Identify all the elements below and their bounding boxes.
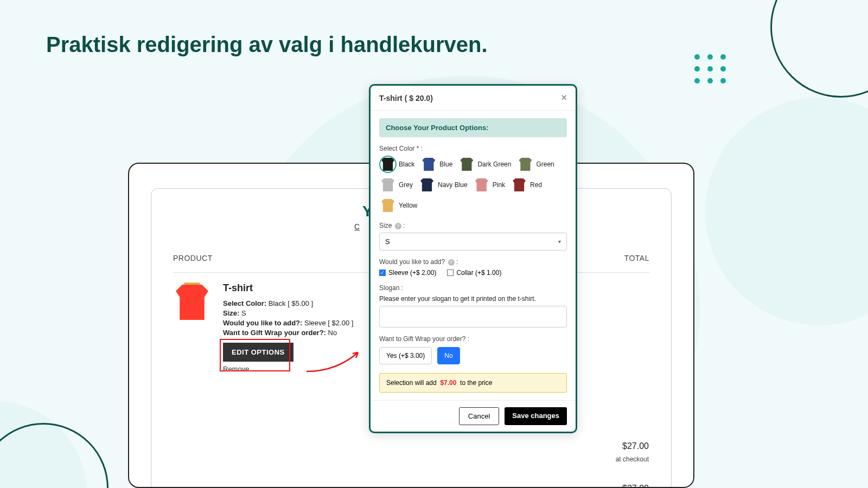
help-icon[interactable]: ? (395, 223, 401, 229)
gift-value: No (328, 329, 337, 337)
swatch-label: Red (530, 181, 542, 189)
product-thumbnail (173, 282, 211, 320)
size-field-label: Size ? : (379, 222, 567, 229)
addons-field-label: Would you like to add? ? : (379, 258, 567, 266)
col-total: TOTAL (624, 254, 649, 262)
color-swatch-green[interactable]: Green (516, 156, 554, 173)
decor-dots (694, 54, 727, 84)
addon-label: Sleeve (+$ 2.00) (388, 269, 436, 277)
addon-label: Collar (+$ 1.00) (456, 269, 501, 277)
color-swatch-navy-blue[interactable]: Navy Blue (418, 176, 468, 194)
giftwrap-yes-button[interactable]: Yes (+$ 3.00) (379, 347, 432, 364)
color-label: Select Color: (223, 299, 266, 307)
slogan-help-text: Please enter your slogan to get it print… (379, 295, 567, 303)
color-swatch-blue[interactable]: Blue (420, 156, 452, 173)
swatch-label: Grey (399, 181, 413, 189)
decor-circle-right (705, 98, 868, 325)
color-swatch-red[interactable]: Red (510, 176, 542, 194)
cart-subtitle-peek: C (354, 222, 360, 231)
color-swatch-black[interactable]: Black (379, 156, 414, 173)
price-notice-amount: $7.00 (440, 379, 456, 387)
decor-ring-bottom-left (0, 423, 108, 488)
cancel-button[interactable]: Cancel (459, 407, 499, 425)
color-swatch-pink[interactable]: Pink (473, 176, 505, 194)
size-select[interactable]: S ▾ (379, 233, 567, 251)
save-changes-button[interactable]: Save changes (505, 407, 567, 425)
highlight-box (220, 339, 290, 371)
item-name: T-shirt (223, 282, 353, 294)
close-icon[interactable]: × (561, 92, 567, 104)
swatch-label: Pink (493, 181, 505, 189)
options-section-header: Choose Your Product Options: (379, 118, 567, 137)
addon-checkboxes: ✓Sleeve (+$ 2.00)Collar (+$ 1.00) (379, 269, 567, 277)
decor-ring-top-right (770, 0, 868, 98)
line-total: $27.00 (622, 484, 649, 488)
swatch-label: Black (399, 160, 414, 168)
arrow-annotation (304, 347, 363, 374)
chevron-down-icon: ▾ (558, 239, 561, 245)
swatch-label: Navy Blue (438, 181, 468, 189)
slogan-input[interactable] (379, 306, 567, 328)
col-product: PRODUCT (173, 254, 213, 262)
color-field-label: Select Color * : (379, 145, 567, 152)
slogan-field-label: Slogan : (379, 284, 567, 292)
price-notice-post: to the price (460, 379, 492, 387)
size-selected-value: S (385, 237, 390, 246)
gift-label: Want to Gift Wrap your order?: (223, 329, 326, 337)
modal-title: T-shirt ( $ 20.0) (379, 94, 433, 102)
tshirt-icon (176, 285, 208, 320)
edit-options-modal: T-shirt ( $ 20.0) × Choose Your Product … (369, 84, 577, 433)
help-icon[interactable]: ? (448, 259, 455, 266)
giftwrap-field-label: Want to Gift Wrap your order? : (379, 335, 567, 343)
price-notice-pre: Selection will add (386, 379, 437, 387)
addon-value: Sleeve [ $2.00 ] (304, 319, 353, 327)
giftwrap-no-button[interactable]: No (437, 347, 459, 364)
color-swatch-grey[interactable]: Grey (379, 176, 413, 194)
color-value: Black [ $5.00 ] (269, 299, 313, 307)
color-swatch-yellow[interactable]: Yellow (379, 197, 417, 214)
addon-label: Would you like to add?: (223, 319, 302, 327)
swatch-label: Blue (439, 160, 452, 168)
swatch-label: Green (536, 160, 554, 168)
price-notice: Selection will add $7.00 to the price (379, 373, 567, 393)
addon-checkbox[interactable]: ✓Sleeve (+$ 2.00) (379, 269, 436, 277)
subtotal: $27.00 (622, 441, 649, 451)
color-swatches: BlackBlueDark GreenGreenGreyNavy BluePin… (379, 156, 567, 214)
shipping-note: at checkout (616, 455, 649, 463)
swatch-label: Dark Green (477, 160, 511, 168)
size-value: S (241, 309, 246, 317)
addon-checkbox[interactable]: Collar (+$ 1.00) (447, 269, 501, 277)
page-title: Praktisk redigering av valg i handlekurv… (46, 33, 488, 57)
size-label: Size: (223, 309, 239, 317)
color-swatch-dark-green[interactable]: Dark Green (458, 156, 511, 173)
swatch-label: Yellow (399, 202, 417, 209)
